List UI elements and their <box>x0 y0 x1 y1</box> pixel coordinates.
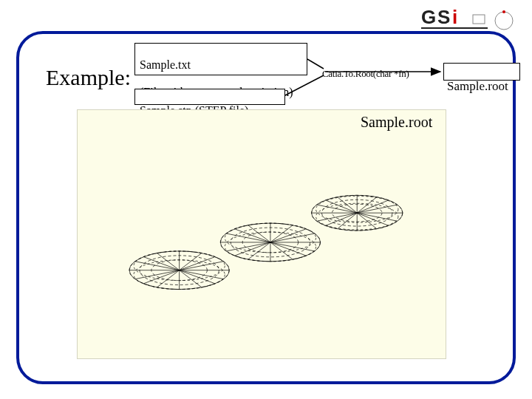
gsi-logo: G S i <box>421 6 517 33</box>
step-file-box: Sample.stp (STEP file) <box>134 89 285 105</box>
wireframe-rendering <box>78 110 446 358</box>
output-file-label: Sample.root <box>447 79 508 93</box>
root-viewer-canvas <box>77 109 446 359</box>
logo-text-s: S <box>437 6 450 28</box>
output-file-box: Sample.root <box>443 63 520 81</box>
viewer-title: Sample.root <box>361 114 432 131</box>
ellipsoid-2 <box>220 223 320 262</box>
function-call-label: Catia.To.Root(char *fn) <box>322 68 409 80</box>
example-heading: Example: <box>46 65 131 90</box>
ellipsoid-3 <box>312 195 403 231</box>
svg-point-2 <box>495 12 513 30</box>
logo-text-g: G <box>421 6 436 28</box>
ellipsoid-1 <box>129 251 229 290</box>
svg-rect-1 <box>473 15 485 24</box>
logo-text-i: i <box>452 6 457 28</box>
input-file-line1: Sample.txt <box>140 58 191 71</box>
svg-point-3 <box>502 10 505 13</box>
input-file-box: Sample.txt (File with geometry descripti… <box>134 43 307 75</box>
